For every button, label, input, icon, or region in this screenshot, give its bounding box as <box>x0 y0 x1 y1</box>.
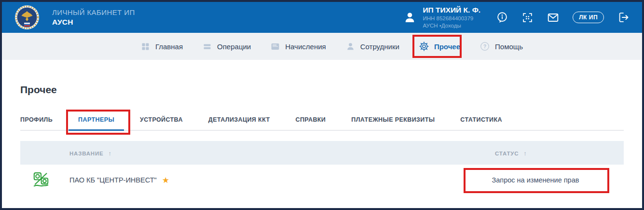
partner-name-cell: ПАО КБ "ЦЕНТР-ИНВЕСТ" ★ <box>20 172 464 188</box>
lk-ip-button[interactable]: ЛК ИП <box>573 12 604 23</box>
nav-label: Сотрудники <box>360 42 399 51</box>
grid-icon <box>140 42 151 52</box>
status-text: Запрос на изменение прав <box>492 176 579 184</box>
nav-item-pomosch[interactable]: ? Помощь <box>480 41 523 52</box>
sort-asc-icon[interactable]: ↑ <box>523 150 527 157</box>
page-title: Прочее <box>20 84 624 96</box>
mail-icon[interactable] <box>547 11 560 24</box>
tab-partnery[interactable]: ПАРТНЕРЫ <box>69 116 124 130</box>
logout-icon[interactable] <box>617 11 630 24</box>
tab-ustroystva[interactable]: УСТРОЙСТВА <box>140 116 183 130</box>
bars-icon <box>202 42 212 52</box>
tab-label: ПАРТНЕРЫ <box>78 116 114 123</box>
qr-scan-icon[interactable] <box>521 12 534 24</box>
user-inn: ИНН 852684400379 <box>423 15 480 22</box>
partner-name: ПАО КБ "ЦЕНТР-ИНВЕСТ" <box>69 176 157 184</box>
main-nav: Главная Операции Начисления Сотрудники <box>2 33 642 60</box>
tab-profil[interactable]: ПРОФИЛЬ <box>20 116 53 130</box>
column-header-status[interactable]: СТАТУС↑ <box>464 149 624 157</box>
table-row[interactable]: ПАО КБ "ЦЕНТР-ИНВЕСТ" ★ Запрос на измене… <box>20 165 624 196</box>
user-name: ИП ТИХИЙ К. Ф. <box>423 6 480 14</box>
info-icon[interactable] <box>496 11 508 24</box>
nav-item-prochee[interactable]: Прочее <box>419 41 460 52</box>
nav-label: Главная <box>155 42 183 51</box>
tab-platezhnye-rekvizity[interactable]: ПЛАТЕЖНЫЕ РЕКВИЗИТЫ <box>351 116 435 130</box>
top-header: ЛИЧНЫЙ КАБИНЕТ ИП АУСН ИП ТИХИЙ К. Ф. ИН… <box>2 2 642 33</box>
nav-item-glavnaya[interactable]: Главная <box>140 42 183 52</box>
bank-logo-icon <box>33 172 49 188</box>
nav-label: Прочее <box>434 42 460 51</box>
user-area: ИП ТИХИЙ К. Ф. ИНН 852684400379 АУСН •До… <box>403 6 630 29</box>
user-info[interactable]: ИП ТИХИЙ К. Ф. ИНН 852684400379 АУСН •До… <box>423 6 480 29</box>
user-tax-regime: АУСН •Доходы <box>423 23 480 29</box>
partners-table: НАЗВАНИЕ↑ СТАТУС↑ <box>20 141 624 196</box>
page-content: Прочее ПРОФИЛЬ ПАРТНЕРЫ УСТРОЙСТВА ДЕТАЛ… <box>2 84 642 196</box>
app-window: ЛИЧНЫЙ КАБИНЕТ ИП АУСН ИП ТИХИЙ К. Ф. ИН… <box>0 0 644 210</box>
brand-line2: АУСН <box>52 18 135 27</box>
tab-spravki[interactable]: СПРАВКИ <box>296 116 326 130</box>
brand-title: ЛИЧНЫЙ КАБИНЕТ ИП АУСН <box>52 8 135 27</box>
nav-item-sotrudniki[interactable]: Сотрудники <box>345 42 399 52</box>
table-header-row: НАЗВАНИЕ↑ СТАТУС↑ <box>20 141 624 165</box>
nav-label: Операции <box>217 42 251 51</box>
brand-line1: ЛИЧНЫЙ КАБИНЕТ ИП <box>52 8 135 16</box>
nav-item-operacii[interactable]: Операции <box>202 42 251 52</box>
partner-status-cell: Запрос на изменение прав <box>464 165 624 196</box>
tab-bar: ПРОФИЛЬ ПАРТНЕРЫ УСТРОЙСТВА ДЕТАЛИЗАЦИЯ … <box>20 116 624 131</box>
user-avatar-icon <box>403 11 416 24</box>
nav-label: Начисления <box>285 42 326 51</box>
question-icon: ? <box>480 41 490 52</box>
gear-icon <box>419 41 429 52</box>
tab-statistika[interactable]: СТАТИСТИКА <box>460 116 502 130</box>
column-header-name[interactable]: НАЗВАНИЕ↑ <box>20 149 464 157</box>
svg-text:?: ? <box>483 44 486 49</box>
sort-asc-icon[interactable]: ↑ <box>109 150 112 157</box>
nav-label: Помощь <box>495 42 523 51</box>
fns-logo-icon[interactable] <box>14 5 40 30</box>
favorite-star-icon[interactable]: ★ <box>162 175 169 185</box>
card-icon <box>270 42 280 52</box>
person-icon <box>345 42 356 52</box>
tab-detalizaciya-kkt[interactable]: ДЕТАЛИЗАЦИЯ ККТ <box>208 116 270 130</box>
nav-item-nachisleniya[interactable]: Начисления <box>270 42 326 52</box>
